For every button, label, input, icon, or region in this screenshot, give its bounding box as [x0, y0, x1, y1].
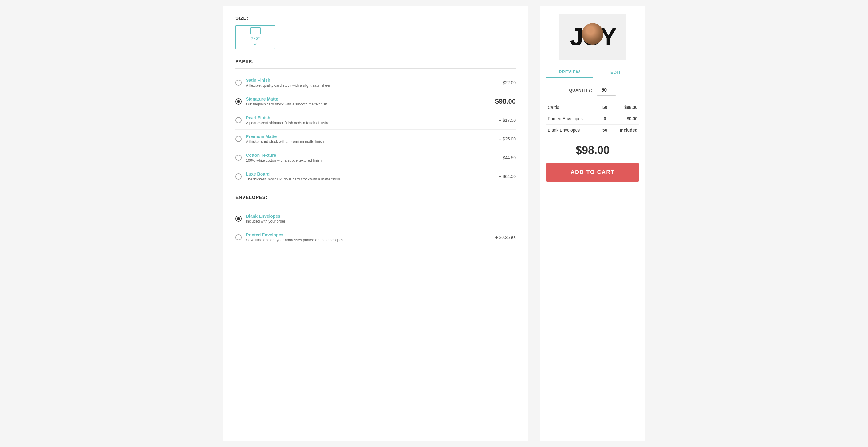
envelope-desc-blank: Included with your order	[246, 219, 285, 224]
summary-printed-envelopes-price: $0.00	[610, 113, 639, 124]
paper-text-cotton: Cotton Texture 100% white cotton with a …	[246, 153, 321, 162]
paper-option-signature-matte-left: Signature Matte Our flagship card stock …	[236, 96, 327, 107]
paper-option-cotton[interactable]: Cotton Texture 100% white cotton with a …	[236, 148, 516, 167]
summary-cards-price: $98.00	[610, 102, 639, 113]
paper-desc-pearl: A pearlescent shimmer finish adds a touc…	[246, 121, 329, 125]
paper-option-premium-matte-left: Premium Matte A thicker card stock with …	[236, 134, 324, 144]
paper-price-premium-matte: + $25.00	[499, 137, 516, 142]
size-section-label: SIZE:	[236, 16, 516, 21]
paper-text-luxe: Luxe Board The thickest, most luxurious …	[246, 172, 340, 181]
paper-name-pearl: Pearl Finish	[246, 115, 329, 120]
total-price-display: $98.00	[576, 144, 610, 157]
paper-desc-signature-matte: Our flagship card stock with a smooth ma…	[246, 102, 327, 107]
paper-section-label: PAPER:	[236, 59, 516, 64]
paper-price-luxe: + $64.50	[499, 174, 516, 179]
paper-desc-luxe: The thickest, most luxurious card stock …	[246, 177, 340, 181]
paper-option-luxe[interactable]: Luxe Board The thickest, most luxurious …	[236, 167, 516, 186]
paper-radio-premium-matte[interactable]	[236, 136, 242, 142]
summary-printed-envelopes-label: Printed Envelopes	[547, 113, 600, 124]
paper-option-luxe-left: Luxe Board The thickest, most luxurious …	[236, 172, 340, 181]
envelope-radio-blank[interactable]	[236, 215, 242, 222]
size-card-check-icon: ✓	[254, 41, 257, 47]
paper-name-satin: Satin Finish	[246, 78, 331, 83]
paper-name-premium-matte: Premium Matte	[246, 134, 324, 139]
summary-row-printed-envelopes: Printed Envelopes 0 $0.00	[547, 113, 639, 124]
envelope-radio-printed[interactable]	[236, 234, 242, 240]
quantity-row: QUANTITY:	[547, 85, 639, 96]
paper-radio-signature-matte[interactable]	[236, 98, 242, 105]
envelope-option-printed[interactable]: Printed Envelopes Save time and get your…	[236, 228, 516, 247]
summary-cards-qty: 50	[600, 102, 610, 113]
size-option-7x5[interactable]: 7×5" ✓	[236, 25, 275, 50]
summary-row-blank-envelopes: Blank Envelopes 50 Included	[547, 124, 639, 136]
paper-option-premium-matte[interactable]: Premium Matte A thicker card stock with …	[236, 130, 516, 148]
envelope-options-container: Blank Envelopes Included with your order…	[236, 209, 516, 247]
paper-text-satin: Satin Finish A flexible, quality card st…	[246, 78, 331, 88]
envelope-text-printed: Printed Envelopes Save time and get your…	[246, 232, 343, 242]
joy-photo-circle	[582, 23, 603, 44]
paper-radio-pearl[interactable]	[236, 117, 242, 123]
paper-price-cotton: + $44.50	[499, 155, 516, 160]
preview-edit-tabs: PREVIEW EDIT	[547, 66, 639, 79]
envelope-option-printed-left: Printed Envelopes Save time and get your…	[236, 232, 343, 242]
summary-blank-envelopes-note: Included	[610, 124, 639, 136]
summary-cards-label: Cards	[547, 102, 600, 113]
paper-price-pearl: + $17.50	[499, 118, 516, 123]
paper-option-pearl[interactable]: Pearl Finish A pearlescent shimmer finis…	[236, 111, 516, 130]
add-to-cart-button[interactable]: ADD TO CART	[547, 163, 639, 182]
paper-price-signature-matte: $98.00	[495, 97, 516, 106]
summary-blank-envelopes-qty: 50	[600, 124, 610, 136]
paper-options-container: Satin Finish A flexible, quality card st…	[236, 73, 516, 186]
paper-name-signature-matte: Signature Matte	[246, 96, 327, 101]
paper-name-cotton: Cotton Texture	[246, 153, 321, 158]
summary-blank-envelopes-label: Blank Envelopes	[547, 124, 600, 136]
paper-divider	[236, 68, 516, 68]
size-card-rect-icon	[250, 27, 261, 34]
paper-option-pearl-left: Pearl Finish A pearlescent shimmer finis…	[236, 115, 329, 125]
summary-table: Cards 50 $98.00 Printed Envelopes 0 $0.0…	[547, 102, 639, 136]
paper-text-signature-matte: Signature Matte Our flagship card stock …	[246, 96, 327, 107]
size-options-container: 7×5" ✓	[236, 25, 516, 50]
paper-option-cotton-left: Cotton Texture 100% white cotton with a …	[236, 153, 321, 162]
tab-edit[interactable]: EDIT	[593, 66, 639, 78]
summary-printed-envelopes-qty: 0	[600, 113, 610, 124]
envelope-price-printed: + $0.25 ea	[495, 235, 516, 240]
paper-name-luxe: Luxe Board	[246, 172, 340, 176]
summary-row-cards: Cards 50 $98.00	[547, 102, 639, 113]
paper-price-satin: - $22.00	[500, 80, 516, 85]
envelopes-section-label: ENVELOPES:	[236, 195, 516, 200]
envelope-name-blank: Blank Envelopes	[246, 214, 285, 218]
paper-desc-premium-matte: A thicker card stock with a premium matt…	[246, 140, 324, 144]
envelope-desc-printed: Save time and get your addresses printed…	[246, 238, 343, 242]
paper-desc-satin: A flexible, quality card stock with a sl…	[246, 83, 331, 88]
paper-text-premium-matte: Premium Matte A thicker card stock with …	[246, 134, 324, 144]
paper-radio-cotton[interactable]	[236, 155, 242, 161]
paper-radio-luxe[interactable]	[236, 173, 242, 180]
envelope-text-blank: Blank Envelopes Included with your order	[246, 214, 285, 224]
tab-preview[interactable]: PREVIEW	[547, 66, 593, 78]
paper-desc-cotton: 100% white cotton with a subtle textured…	[246, 158, 321, 162]
size-card-label: 7×5"	[251, 36, 260, 40]
envelope-option-blank-left: Blank Envelopes Included with your order	[236, 214, 285, 224]
envelope-name-printed: Printed Envelopes	[246, 232, 343, 237]
card-preview-image: JOY	[559, 12, 626, 61]
paper-option-satin-left: Satin Finish A flexible, quality card st…	[236, 78, 331, 88]
paper-text-pearl: Pearl Finish A pearlescent shimmer finis…	[246, 115, 329, 125]
quantity-label: QUANTITY:	[569, 88, 592, 93]
paper-option-signature-matte[interactable]: Signature Matte Our flagship card stock …	[236, 92, 516, 111]
paper-radio-satin[interactable]	[236, 80, 242, 86]
envelope-option-blank[interactable]: Blank Envelopes Included with your order	[236, 209, 516, 228]
paper-option-satin[interactable]: Satin Finish A flexible, quality card st…	[236, 73, 516, 92]
joy-card-visual: JOY	[559, 14, 626, 60]
joy-photo-inner	[582, 23, 603, 44]
quantity-input[interactable]	[597, 85, 616, 96]
